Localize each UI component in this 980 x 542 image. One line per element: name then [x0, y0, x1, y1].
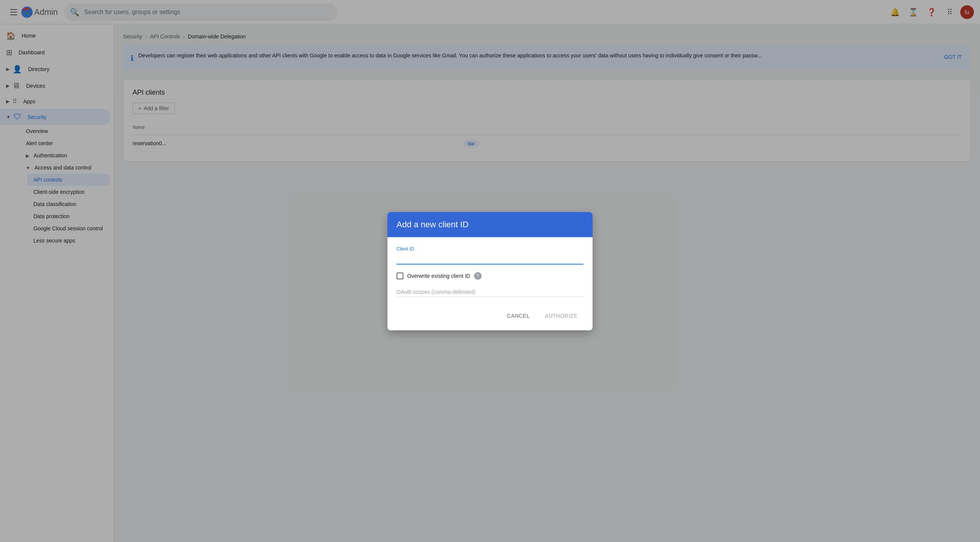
- authorize-button[interactable]: AUTHORIZE: [539, 309, 584, 323]
- client-id-input[interactable]: [396, 254, 584, 265]
- dialog-actions: CANCEL AUTHORIZE: [387, 303, 593, 330]
- client-id-label: Client ID: [396, 246, 584, 252]
- overwrite-checkbox-row: Overwrite existing client ID ?: [396, 272, 584, 280]
- dialog-title: Add a new client ID: [396, 220, 584, 230]
- cancel-button[interactable]: CANCEL: [501, 309, 536, 323]
- oauth-scopes-input[interactable]: [396, 287, 584, 297]
- modal-overlay[interactable]: Add a new client ID Client ID Overwrite …: [0, 0, 980, 542]
- overwrite-checkbox[interactable]: [396, 273, 403, 279]
- dialog-body: Client ID Overwrite existing client ID ?: [387, 237, 593, 303]
- overwrite-help-icon[interactable]: ?: [474, 272, 482, 280]
- overwrite-label: Overwrite existing client ID: [407, 273, 470, 279]
- add-client-dialog: Add a new client ID Client ID Overwrite …: [387, 212, 593, 330]
- dialog-header: Add a new client ID: [387, 212, 593, 237]
